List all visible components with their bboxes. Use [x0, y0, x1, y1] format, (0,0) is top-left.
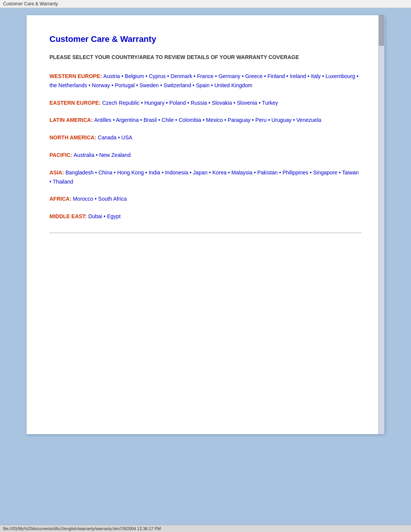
- country-link-india[interactable]: India: [149, 169, 160, 176]
- country-link-austria[interactable]: Austria: [104, 73, 120, 79]
- region-label-pacific: PACIFIC:: [49, 152, 74, 158]
- country-link-egypt[interactable]: Egypt: [107, 213, 121, 219]
- country-link-denmark[interactable]: Denmark: [170, 73, 192, 79]
- scrollbar-thumb[interactable]: [379, 15, 384, 46]
- region-middle-east: MIDDLE EAST: Dubai • Egypt: [49, 212, 362, 221]
- region-latin-america: LATIN AMERICA: Antilles • Argentina • Br…: [49, 116, 362, 125]
- country-link-china[interactable]: China: [99, 169, 113, 176]
- country-link-morocco[interactable]: Morocco: [73, 196, 93, 202]
- scrollbar[interactable]: [378, 15, 384, 434]
- country-link-paraguay[interactable]: Paraguay: [228, 117, 250, 123]
- country-link-finland[interactable]: Finland: [268, 73, 285, 79]
- country-link-slovenia[interactable]: Slovenia: [237, 100, 257, 106]
- country-link-united-kingdom[interactable]: United Kingdom: [214, 82, 252, 88]
- country-link-norway[interactable]: Norway: [92, 82, 110, 88]
- region-countries-pacific: Australia • New Zealand: [74, 152, 131, 158]
- country-link-portugal[interactable]: Portugal: [115, 82, 135, 88]
- country-link-taiwan[interactable]: Taiwan: [342, 169, 359, 176]
- country-link-indonesia[interactable]: Indonesia: [165, 169, 188, 176]
- status-bar-text: file:///D|/My%20documents/dfu/J/english/…: [3, 526, 161, 531]
- country-link-the-netherlands[interactable]: the Netherlands: [49, 82, 87, 88]
- country-link-canada[interactable]: Canada: [98, 134, 116, 141]
- region-label-eastern-europe: EASTERN EUROPE:: [49, 100, 102, 106]
- country-link-south-africa[interactable]: South Africa: [98, 196, 127, 202]
- region-countries-asia: Bangladesh • China • Hong Kong • India •…: [49, 169, 359, 185]
- region-countries-north-america: Canada • USA: [98, 134, 132, 141]
- region-countries-eastern-europe: Czech Republic • Hungary • Poland • Russ…: [102, 100, 278, 106]
- country-link-mexico[interactable]: Mexico: [206, 117, 223, 123]
- region-label-north-america: NORTH AMERICA:: [49, 134, 98, 141]
- region-north-america: NORTH AMERICA: Canada • USA: [49, 133, 362, 142]
- title-bar: Customer Care & Warranty: [0, 0, 411, 8]
- country-link-poland[interactable]: Poland: [169, 100, 186, 106]
- country-link-singapore[interactable]: Singapore: [313, 169, 338, 176]
- country-link-ireland[interactable]: Ireland: [290, 73, 306, 79]
- country-link-belgium[interactable]: Belgium: [125, 73, 144, 79]
- country-link-brasil[interactable]: Brasil: [143, 117, 157, 123]
- country-link-malaysia[interactable]: Malaysia: [231, 169, 252, 176]
- regions-container: WESTERN EUROPE: Austria • Belgium • Cypr…: [49, 72, 362, 221]
- country-link-uruguay[interactable]: Uruguay: [271, 117, 292, 123]
- country-link-france[interactable]: France: [197, 73, 214, 79]
- country-link-italy[interactable]: Italy: [311, 73, 321, 79]
- country-link-dubai[interactable]: Dubai: [88, 213, 102, 219]
- country-link-australia[interactable]: Australia: [74, 152, 94, 158]
- country-link-usa[interactable]: USA: [121, 134, 132, 141]
- country-link-switzerland[interactable]: Switzerland: [164, 82, 191, 88]
- region-label-latin-america: LATIN AMERICA:: [49, 117, 94, 123]
- region-asia: ASIA: Bangladesh • China • Hong Kong • I…: [49, 168, 362, 187]
- region-countries-middle-east: Dubai • Egypt: [88, 213, 121, 219]
- country-link-hong-kong[interactable]: Hong Kong: [117, 169, 144, 176]
- region-label-asia: ASIA:: [49, 169, 65, 176]
- country-link-argentina[interactable]: Argentina: [116, 117, 139, 123]
- country-link-spain[interactable]: Spain: [196, 82, 210, 88]
- page-title: Customer Care & Warranty: [49, 34, 362, 44]
- country-link-antilles[interactable]: Antilles: [94, 117, 111, 123]
- section-separator: [49, 233, 362, 233]
- country-link-thailand[interactable]: Thailand: [53, 179, 73, 185]
- country-link-sweden[interactable]: Sweden: [140, 82, 159, 88]
- country-link-slovakia[interactable]: Slovakia: [212, 100, 232, 106]
- country-link-greece[interactable]: Greece: [245, 73, 263, 79]
- country-link-turkey[interactable]: Turkey: [262, 100, 278, 106]
- country-link-cyprus[interactable]: Cyprus: [149, 73, 166, 79]
- region-label-western-europe: WESTERN EUROPE:: [49, 73, 104, 79]
- country-link-new-zealand[interactable]: New Zealand: [99, 152, 131, 158]
- country-link-luxembourg[interactable]: Luxembourg: [325, 73, 355, 79]
- country-link-germany[interactable]: Germany: [218, 73, 241, 79]
- region-countries-latin-america: Antilles • Argentina • Brasil • Chile • …: [94, 117, 321, 123]
- country-link-czech-republic[interactable]: Czech Republic: [102, 100, 139, 106]
- country-link-japan[interactable]: Japan: [193, 169, 207, 176]
- country-link-russia[interactable]: Russia: [191, 100, 207, 106]
- country-link-venezuela[interactable]: Venezuela: [296, 117, 321, 123]
- browser-wrapper: Customer Care & Warranty PLEASE SELECT Y…: [0, 8, 411, 442]
- region-label-middle-east: MIDDLE EAST:: [49, 213, 88, 219]
- country-link-philippines[interactable]: Philippines: [282, 169, 308, 176]
- status-bar: file:///D|/My%20documents/dfu/J/english/…: [0, 525, 411, 532]
- country-link-peru[interactable]: Peru: [255, 117, 267, 123]
- country-link-chile[interactable]: Chile: [162, 117, 174, 123]
- region-pacific: PACIFIC: Australia • New Zealand: [49, 151, 362, 160]
- title-bar-text: Customer Care & Warranty: [3, 1, 58, 6]
- region-africa: AFRICA: Morocco • South Africa: [49, 195, 362, 204]
- country-link-korea[interactable]: Korea: [212, 169, 226, 176]
- region-countries-africa: Morocco • South Africa: [73, 196, 127, 202]
- country-link-hungary[interactable]: Hungary: [144, 100, 164, 106]
- region-western-europe: WESTERN EUROPE: Austria • Belgium • Cypr…: [49, 72, 362, 90]
- region-eastern-europe: EASTERN EUROPE: Czech Republic • Hungary…: [49, 99, 362, 108]
- region-label-africa: AFRICA:: [49, 196, 73, 202]
- country-link-bangladesh[interactable]: Bangladesh: [65, 169, 94, 176]
- country-link-pakistan[interactable]: Pakistan: [257, 169, 278, 176]
- page-container: Customer Care & Warranty PLEASE SELECT Y…: [27, 15, 384, 434]
- country-link-colombia[interactable]: Colombia: [178, 117, 201, 123]
- warranty-subtitle: PLEASE SELECT YOUR COUNTRY/AREA TO REVIE…: [49, 53, 362, 61]
